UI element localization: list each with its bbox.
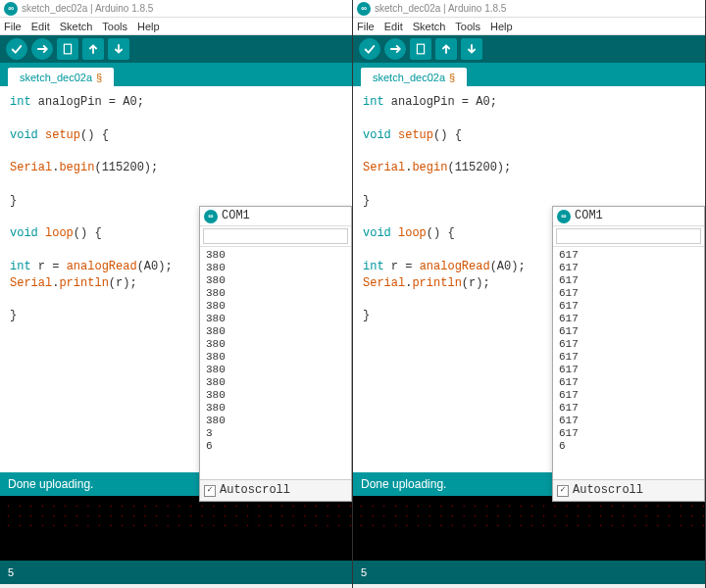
serial-reading: 380 bbox=[206, 415, 345, 427]
open-button[interactable] bbox=[435, 38, 457, 60]
menu-tools[interactable]: Tools bbox=[102, 21, 127, 32]
arrow-right-icon bbox=[389, 43, 401, 55]
build-console[interactable]: . . . . . . . . . . . . . . . . . . . . … bbox=[353, 496, 705, 561]
upload-button[interactable] bbox=[384, 38, 406, 60]
serial-monitor-window: ∞ COM1 617617617617617617617617617617617… bbox=[552, 206, 705, 502]
tab-modified-marker: § bbox=[449, 72, 455, 83]
serial-send-row bbox=[553, 226, 704, 247]
arduino-logo-icon: ∞ bbox=[557, 210, 571, 223]
serial-send-row bbox=[200, 226, 351, 247]
serial-reading: 6 bbox=[559, 440, 698, 453]
status-message: Done uploading. bbox=[361, 477, 446, 491]
menu-tools[interactable]: Tools bbox=[455, 21, 480, 32]
serial-monitor-footer: ✓ Autoscroll bbox=[200, 479, 351, 501]
serial-monitor-footer: ✓ Autoscroll bbox=[553, 479, 704, 501]
build-console[interactable]: . . . . . . . . . . . . . . . . . . . . … bbox=[0, 496, 352, 561]
open-button[interactable] bbox=[82, 38, 104, 60]
file-icon bbox=[415, 43, 427, 55]
serial-reading: 617 bbox=[559, 262, 698, 274]
code-editor[interactable]: int analogPin = A0; void setup() { Seria… bbox=[353, 86, 705, 472]
menu-sketch[interactable]: Sketch bbox=[60, 21, 93, 32]
menu-sketch[interactable]: Sketch bbox=[413, 21, 446, 32]
console-line: . . . . . . . . . . . . . . . . . . . . … bbox=[6, 519, 346, 529]
upload-button[interactable] bbox=[31, 38, 53, 60]
arduino-logo-icon: ∞ bbox=[357, 2, 371, 16]
code-editor[interactable]: int analogPin = A0; void setup() { Seria… bbox=[0, 86, 352, 472]
menubar: File Edit Sketch Tools Help bbox=[353, 18, 705, 35]
menu-edit[interactable]: Edit bbox=[31, 21, 50, 32]
console-line: . . . . . . . . . . . . . . . . . . . . … bbox=[359, 519, 699, 529]
arrow-down-icon bbox=[113, 43, 125, 55]
serial-reading: 380 bbox=[206, 389, 345, 402]
menubar: File Edit Sketch Tools Help bbox=[0, 18, 352, 35]
arrow-up-icon bbox=[87, 43, 99, 55]
new-button[interactable] bbox=[57, 38, 78, 60]
menu-help[interactable]: Help bbox=[490, 21, 513, 32]
serial-reading: 617 bbox=[559, 389, 698, 402]
serial-reading: 3 bbox=[206, 427, 345, 440]
svg-rect-0 bbox=[64, 44, 71, 54]
serial-reading: 617 bbox=[559, 274, 698, 287]
serial-port-title: COM1 bbox=[222, 208, 250, 224]
serial-reading: 380 bbox=[206, 338, 345, 351]
serial-reading: 617 bbox=[559, 364, 698, 376]
check-icon bbox=[364, 43, 376, 55]
window-title: sketch_dec02a | Arduino 1.8.5 bbox=[375, 3, 506, 14]
verify-button[interactable] bbox=[359, 38, 380, 60]
menu-help[interactable]: Help bbox=[137, 21, 160, 32]
menu-file[interactable]: File bbox=[4, 21, 22, 32]
window-title: sketch_dec02a | Arduino 1.8.5 bbox=[22, 3, 153, 14]
menu-edit[interactable]: Edit bbox=[384, 21, 403, 32]
tab-name: sketch_dec02a bbox=[373, 72, 445, 83]
file-icon bbox=[62, 43, 74, 55]
titlebar: ∞ sketch_dec02a | Arduino 1.8.5 bbox=[353, 0, 705, 18]
arduino-logo-icon: ∞ bbox=[4, 2, 18, 16]
footer-line-number: 5 bbox=[361, 566, 367, 578]
verify-button[interactable] bbox=[6, 38, 27, 60]
serial-reading: 380 bbox=[206, 325, 345, 338]
serial-reading: 6 bbox=[206, 440, 345, 453]
serial-reading: 380 bbox=[206, 287, 345, 300]
tab-sketch[interactable]: sketch_dec02a§ bbox=[8, 68, 114, 86]
arrow-right-icon bbox=[36, 43, 48, 55]
status-message: Done uploading. bbox=[8, 477, 93, 491]
new-button[interactable] bbox=[410, 38, 431, 60]
titlebar: ∞ sketch_dec02a | Arduino 1.8.5 bbox=[0, 0, 352, 18]
serial-reading: 617 bbox=[559, 338, 698, 351]
serial-reading: 380 bbox=[206, 249, 345, 262]
serial-reading: 617 bbox=[559, 287, 698, 300]
arduino-window-right: ∞ sketch_dec02a | Arduino 1.8.5 File Edi… bbox=[353, 0, 706, 588]
save-button[interactable] bbox=[461, 38, 482, 60]
serial-reading: 617 bbox=[559, 313, 698, 325]
serial-output[interactable]: 6176176176176176176176176176176176176176… bbox=[553, 247, 704, 479]
serial-send-input[interactable] bbox=[203, 228, 348, 244]
serial-reading: 617 bbox=[559, 427, 698, 440]
serial-reading: 380 bbox=[206, 274, 345, 287]
serial-reading: 380 bbox=[206, 262, 345, 274]
serial-reading: 617 bbox=[559, 402, 698, 415]
arduino-logo-icon: ∞ bbox=[204, 210, 218, 223]
tab-modified-marker: § bbox=[96, 72, 102, 83]
serial-reading: 380 bbox=[206, 300, 345, 313]
serial-reading: 380 bbox=[206, 313, 345, 325]
autoscroll-label: Autoscroll bbox=[220, 482, 290, 499]
serial-reading: 617 bbox=[559, 325, 698, 338]
serial-output[interactable]: 3803803803803803803803803803803803803803… bbox=[200, 247, 351, 479]
tab-sketch[interactable]: sketch_dec02a§ bbox=[361, 68, 467, 86]
autoscroll-checkbox[interactable]: ✓ bbox=[557, 485, 569, 497]
autoscroll-checkbox[interactable]: ✓ bbox=[204, 485, 216, 497]
serial-send-input[interactable] bbox=[556, 228, 701, 244]
serial-reading: 617 bbox=[559, 351, 698, 364]
serial-monitor-window: ∞ COM1 380380380380380380380380380380380… bbox=[199, 206, 352, 502]
serial-reading: 617 bbox=[559, 376, 698, 389]
save-button[interactable] bbox=[108, 38, 129, 60]
toolbar bbox=[353, 35, 705, 63]
console-line: . . . . . . . . . . . . . . . . . . . . … bbox=[6, 510, 346, 519]
arrow-down-icon bbox=[466, 43, 478, 55]
console-line: . . . . . . . . . . . . . . . . . . . . … bbox=[359, 510, 699, 519]
serial-reading: 617 bbox=[559, 300, 698, 313]
footer-bar: 5 bbox=[353, 561, 705, 584]
serial-monitor-titlebar: ∞ COM1 bbox=[553, 207, 704, 226]
menu-file[interactable]: File bbox=[357, 21, 375, 32]
serial-reading: 380 bbox=[206, 351, 345, 364]
